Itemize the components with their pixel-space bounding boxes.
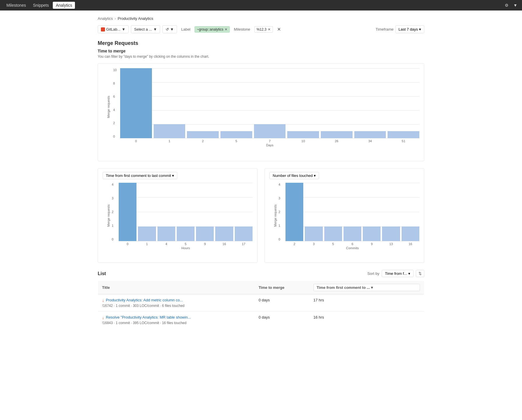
sort-direction-icon: ⇅ — [418, 271, 422, 276]
row1-time-to-merge: 0 days — [255, 294, 309, 312]
right-bars — [285, 183, 419, 241]
col-dropdown[interactable]: Time from first comment to ... ▾ — [313, 284, 420, 291]
x-axis-title: Days — [120, 143, 419, 147]
right-chart-dropdown[interactable]: Number of files touched ▾ — [269, 172, 319, 179]
bar-10[interactable] — [287, 131, 319, 138]
select-button[interactable]: Select a ... ▼ — [131, 25, 160, 33]
bar-5[interactable] — [220, 131, 252, 138]
sync-button[interactable]: ↺ ▼ — [162, 25, 177, 33]
left-bar-17[interactable] — [235, 183, 253, 241]
bar-col-1[interactable] — [154, 68, 185, 138]
bar-7[interactable] — [254, 124, 286, 138]
bar-26[interactable] — [321, 131, 353, 138]
right-bar-16[interactable] — [402, 183, 419, 241]
settings-icon[interactable]: ⚙ — [504, 2, 510, 9]
bar-0[interactable] — [120, 68, 152, 138]
right-x-title: Commits — [285, 246, 419, 250]
left-bars — [119, 183, 253, 241]
timeframe-label: Timeframe — [376, 27, 394, 31]
row1-title[interactable]: ↓ Productivity Analytics: Add metric col… — [102, 298, 251, 303]
left-bar-5[interactable] — [177, 183, 195, 241]
clear-filters-button[interactable]: ✕ — [275, 26, 283, 33]
bar-51[interactable] — [388, 131, 419, 138]
left-chart-dropdown[interactable]: Time from first comment to last commit ▾ — [103, 172, 177, 179]
bar-col-26[interactable] — [321, 68, 353, 138]
gitlab-logo-icon — [101, 27, 105, 31]
time-to-merge-title: Time to merge — [98, 49, 424, 53]
row2-title-cell: ↓ Resolve "Productivity Analytics: MR ta… — [98, 312, 255, 329]
right-bar-5[interactable] — [324, 183, 342, 241]
bar-col-5[interactable] — [220, 68, 252, 138]
row2-col3: 16 hrs — [309, 312, 424, 329]
col-title: Title — [98, 281, 255, 294]
mr-icon-1: ↓ — [102, 298, 104, 303]
breadcrumb-parent[interactable]: Analytics — [98, 16, 113, 21]
bar-col-7[interactable] — [254, 68, 286, 138]
sort-section: Sort by Time from f... ▾ ⇅ — [367, 270, 424, 277]
label-remove-icon[interactable]: ✕ — [225, 27, 227, 31]
row1-col3: 17 hrs — [309, 294, 424, 312]
timeframe-section: Timeframe Last 7 days ▾ — [376, 25, 424, 33]
sort-dropdown-button[interactable]: Time from f... ▾ — [382, 270, 414, 277]
select-btn-label: Select a ... — [134, 27, 152, 31]
list-section: List Sort by Time from f... ▾ ⇅ Title Ti… — [98, 270, 424, 329]
bar-col-34[interactable] — [354, 68, 386, 138]
bar-col-2[interactable] — [187, 68, 219, 138]
right-bar-13[interactable] — [382, 183, 400, 241]
bar-2[interactable] — [187, 131, 219, 138]
nav-milestones[interactable]: Milestones — [3, 2, 29, 9]
mr-table: Title Time to merge Time from first comm… — [98, 281, 424, 329]
left-chart-wrapper: Time from first comment to last commit ▾… — [98, 168, 258, 263]
label-filter-label: Label — [179, 26, 192, 33]
y-axis-label: Merge requests — [107, 106, 110, 118]
left-bar-9[interactable] — [196, 183, 214, 241]
col-dropdown-chevron: ▾ — [371, 285, 373, 290]
milestone-remove-icon[interactable]: ✕ — [268, 27, 271, 31]
dropdown-icon[interactable]: ▼ — [512, 2, 519, 9]
nav-snippets[interactable]: Snippets — [30, 2, 52, 9]
right-bar-3[interactable] — [305, 183, 323, 241]
left-bar-16[interactable] — [215, 183, 233, 241]
row2-time-to-merge: 0 days — [255, 312, 309, 329]
row1-title-cell: ↓ Productivity Analytics: Add metric col… — [98, 294, 255, 312]
bar-col-10[interactable] — [287, 68, 319, 138]
timeframe-chevron-icon: ▾ — [419, 27, 421, 31]
label-tag-value: ~group::analytics — [197, 27, 223, 31]
left-bar-1[interactable] — [138, 183, 156, 241]
sort-direction-button[interactable]: ⇅ — [416, 270, 424, 277]
time-to-merge-chart: Merge requests 0 2 4 6 8 10 — [98, 63, 424, 161]
col-time-from-first-comment: Time from first comment to ... ▾ — [309, 281, 424, 294]
section-title: Merge Requests — [98, 40, 424, 46]
group-select-button[interactable]: GitLab... ▼ — [98, 25, 129, 33]
left-y-ticks: 0 1 2 3 4 — [112, 183, 113, 241]
col-time-to-merge: Time to merge — [255, 281, 309, 294]
main-content: Analytics › Productivity Analytics GitLa… — [86, 10, 436, 342]
row1-meta: !16742 · 1 commit · 303 LOC/commit · 6 f… — [102, 304, 251, 308]
main-chart-area: 0 2 4 6 8 10 — [120, 68, 419, 138]
x-axis-labels: 0 1 2 5 7 10 26 34 51 — [120, 139, 419, 143]
bar-col-51[interactable] — [388, 68, 419, 138]
sync-chevron-icon: ▼ — [170, 27, 174, 31]
nav-right: ⚙ ▼ — [504, 2, 519, 9]
bar-1[interactable] — [154, 124, 185, 138]
left-bar-0[interactable] — [119, 183, 136, 241]
right-x-labels: 2 3 5 6 9 13 16 — [285, 242, 419, 246]
nav-analytics[interactable]: Analytics — [53, 2, 75, 9]
timeframe-button[interactable]: Last 7 days ▾ — [395, 25, 425, 33]
left-bar-4[interactable] — [157, 183, 175, 241]
right-bar-6[interactable] — [344, 183, 361, 241]
right-chart-wrapper: Number of files touched ▾ Merge requests… — [264, 168, 424, 263]
select-chevron-icon: ▼ — [153, 27, 157, 31]
filter-bar: GitLab... ▼ Select a ... ▼ ↺ ▼ Label ~gr… — [98, 25, 424, 33]
right-bar-2[interactable] — [285, 183, 303, 241]
milestone-filter-label: Milestone — [232, 26, 252, 33]
main-bars-container — [120, 68, 419, 138]
top-nav: Milestones Snippets Analytics ⚙ ▼ — [0, 0, 522, 10]
right-bar-9[interactable] — [363, 183, 381, 241]
bar-col-0[interactable] — [120, 68, 152, 138]
table-row: ↓ Productivity Analytics: Add metric col… — [98, 294, 424, 312]
bar-34[interactable] — [354, 131, 386, 138]
row2-title[interactable]: ↓ Resolve "Productivity Analytics: MR ta… — [102, 315, 251, 320]
merge-requests-section: Merge Requests Time to merge You can fil… — [98, 40, 424, 161]
right-chart: Merge requests 0 1 2 3 4 — [269, 183, 419, 259]
